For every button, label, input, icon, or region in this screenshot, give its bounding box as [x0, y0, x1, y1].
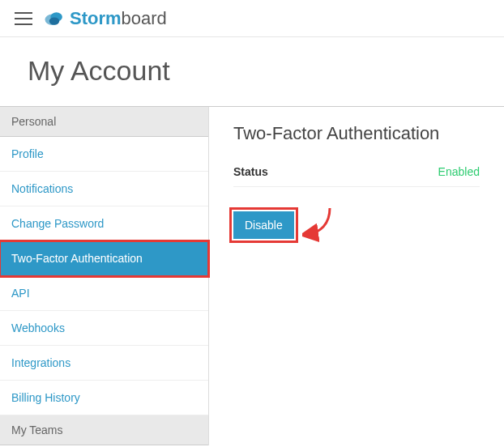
- page-title: My Account: [0, 37, 504, 106]
- top-bar: Stormboard: [0, 0, 504, 37]
- sidebar: Personal Profile Notifications Change Pa…: [0, 107, 209, 445]
- sidebar-item-change-password[interactable]: Change Password: [0, 206, 208, 241]
- annotation-arrow-icon: [302, 205, 335, 245]
- content-layout: Personal Profile Notifications Change Pa…: [0, 106, 504, 445]
- svg-point-2: [49, 17, 59, 24]
- status-label: Status: [233, 165, 268, 178]
- sidebar-item-api[interactable]: API: [0, 276, 208, 311]
- section-heading: Two-Factor Authentication: [233, 123, 480, 144]
- sidebar-item-profile[interactable]: Profile: [0, 137, 208, 172]
- sidebar-section-personal: Personal: [0, 107, 208, 137]
- sidebar-section-my-teams: My Teams: [0, 415, 208, 445]
- brand-logo[interactable]: Stormboard: [44, 8, 167, 29]
- sidebar-item-integrations[interactable]: Integrations: [0, 346, 208, 381]
- sidebar-item-two-factor[interactable]: Two-Factor Authentication: [0, 241, 208, 276]
- disable-button[interactable]: Disable: [233, 211, 294, 239]
- main-panel: Two-Factor Authentication Status Enabled…: [209, 107, 504, 445]
- logo-text: Stormboard: [70, 8, 167, 29]
- status-row: Status Enabled: [233, 157, 480, 187]
- action-area: Disable: [233, 205, 480, 245]
- sidebar-item-billing-history[interactable]: Billing History: [0, 381, 208, 415]
- sidebar-item-notifications[interactable]: Notifications: [0, 172, 208, 206]
- status-value: Enabled: [438, 165, 480, 178]
- logo-icon: [44, 8, 65, 29]
- menu-icon[interactable]: [15, 12, 32, 25]
- sidebar-item-webhooks[interactable]: Webhooks: [0, 311, 208, 346]
